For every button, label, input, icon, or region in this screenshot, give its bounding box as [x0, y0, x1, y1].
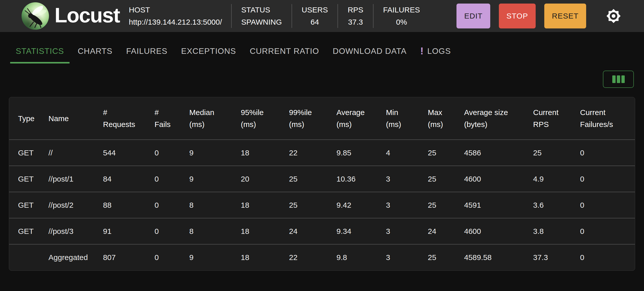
- table-cell: 3.8: [533, 218, 580, 244]
- column-header[interactable]: Average(ms): [336, 97, 386, 140]
- table-cell: //post/1: [48, 166, 103, 192]
- failures-block: FAILURES 0%: [374, 4, 430, 28]
- column-selector-button[interactable]: [603, 71, 634, 88]
- table-cell: 9: [189, 166, 241, 192]
- failures-label: FAILURES: [383, 4, 420, 16]
- table-cell: 544: [103, 140, 155, 166]
- table-cell: 10.36: [336, 166, 386, 192]
- column-header[interactable]: 95%ile(ms): [241, 97, 289, 140]
- stop-button[interactable]: STOP: [499, 4, 536, 28]
- table-row: GET//post/18409202510.3632546004.90: [9, 166, 635, 192]
- tab-statistics[interactable]: STATISTICS: [10, 40, 70, 63]
- reset-button[interactable]: RESET: [544, 4, 586, 28]
- tab-label: CHARTS: [78, 46, 112, 56]
- rps-value: 37.3: [348, 16, 363, 28]
- table-cell: 24: [289, 218, 336, 244]
- table-cell: 3: [386, 218, 428, 244]
- main-tabbar: STATISTICS CHARTS FAILURES EXCEPTIONS CU…: [0, 32, 644, 63]
- table-cell: 4: [386, 140, 428, 166]
- table-cell: 37.3: [533, 244, 580, 270]
- column-header[interactable]: #Requests: [103, 97, 155, 140]
- tab-logs[interactable]: ! LOGS: [415, 40, 456, 63]
- table-row: GET//post/3910818249.3432446003.80: [9, 218, 635, 244]
- column-header[interactable]: CurrentFailures/s: [580, 97, 635, 140]
- table-toolbar: [9, 71, 634, 88]
- table-header-row: TypeName#Requests#FailsMedian(ms)95%ile(…: [9, 97, 635, 140]
- table-cell: 0: [155, 140, 189, 166]
- table-cell: //: [48, 140, 103, 166]
- table-cell: 4589.58: [464, 244, 533, 270]
- table-row: GET//5440918229.854254586250: [9, 140, 635, 166]
- table-cell: 91: [103, 218, 155, 244]
- table-cell: Aggregated: [48, 244, 103, 270]
- table-cell: 9.42: [336, 192, 386, 218]
- table-cell: 0: [580, 192, 635, 218]
- column-header[interactable]: Average size(bytes): [464, 97, 533, 140]
- table-cell: 9.34: [336, 218, 386, 244]
- table-cell: 807: [103, 244, 155, 270]
- status-value: SPAWNING: [241, 16, 282, 28]
- table-cell: 9: [189, 140, 241, 166]
- table-cell: 3: [386, 192, 428, 218]
- table-cell: 0: [580, 166, 635, 192]
- exclamation-icon: !: [420, 46, 424, 56]
- column-header[interactable]: Median(ms): [189, 97, 241, 140]
- table-cell: GET: [9, 166, 48, 192]
- table-cell: 25: [289, 192, 336, 218]
- view-columns-icon: [612, 75, 625, 83]
- table-cell: [9, 244, 48, 270]
- column-header[interactable]: 99%ile(ms): [289, 97, 336, 140]
- host-info: HOST http://139.144.212.13:5000/: [129, 4, 222, 28]
- app-header: Locust HOST http://139.144.212.13:5000/ …: [0, 0, 644, 32]
- column-header[interactable]: CurrentRPS: [533, 97, 580, 140]
- table-cell: 8: [189, 192, 241, 218]
- column-header[interactable]: Name: [48, 97, 103, 140]
- statistics-table-card: TypeName#Requests#FailsMedian(ms)95%ile(…: [9, 97, 635, 271]
- column-header[interactable]: Min(ms): [386, 97, 428, 140]
- rps-block: RPS 37.3: [338, 4, 373, 28]
- table-cell: 0: [155, 192, 189, 218]
- tab-label: DOWNLOAD DATA: [333, 46, 406, 56]
- edit-button[interactable]: EDIT: [456, 4, 490, 28]
- table-cell: //post/3: [48, 218, 103, 244]
- table-cell: 88: [103, 192, 155, 218]
- locust-app: Locust HOST http://139.144.212.13:5000/ …: [0, 0, 644, 271]
- tab-label: FAILURES: [126, 46, 167, 56]
- statistics-table: TypeName#Requests#FailsMedian(ms)95%ile(…: [9, 97, 635, 270]
- table-cell: 9.8: [336, 244, 386, 270]
- table-cell: GET: [9, 140, 48, 166]
- table-cell: 9: [189, 244, 241, 270]
- table-cell: 20: [241, 166, 289, 192]
- table-cell: 0: [580, 218, 635, 244]
- table-cell: 0: [155, 244, 189, 270]
- tab-label: STATISTICS: [16, 46, 64, 56]
- tab-label: EXCEPTIONS: [181, 46, 236, 56]
- gear-icon: [606, 9, 621, 23]
- tab-label: CURRENT RATIO: [250, 46, 319, 56]
- table-cell: 25: [533, 140, 580, 166]
- settings-button[interactable]: [606, 8, 621, 24]
- users-block: USERS 64: [292, 4, 337, 28]
- tab-failures[interactable]: FAILURES: [121, 40, 173, 63]
- users-count: 64: [302, 16, 328, 28]
- table-cell: 3: [386, 166, 428, 192]
- tab-download-data[interactable]: DOWNLOAD DATA: [327, 40, 412, 63]
- table-cell: 8: [189, 218, 241, 244]
- table-row: GET//post/2880818259.4232545913.60: [9, 192, 635, 218]
- column-header[interactable]: #Fails: [155, 97, 189, 140]
- tab-charts[interactable]: CHARTS: [72, 40, 118, 63]
- table-cell: 22: [289, 140, 336, 166]
- locust-logo[interactable]: Locust: [22, 2, 129, 30]
- column-header[interactable]: Max(ms): [428, 97, 464, 140]
- tab-current-ratio[interactable]: CURRENT RATIO: [244, 40, 325, 63]
- table-cell: 3: [386, 244, 428, 270]
- column-header[interactable]: Type: [9, 97, 48, 140]
- table-row: Aggregated8070918229.83254589.5837.30: [9, 244, 635, 270]
- table-cell: 25: [428, 244, 464, 270]
- table-cell: 4586: [464, 140, 533, 166]
- table-cell: 25: [428, 140, 464, 166]
- tab-exceptions[interactable]: EXCEPTIONS: [176, 40, 242, 63]
- table-cell: 0: [155, 218, 189, 244]
- statistics-page: TypeName#Requests#FailsMedian(ms)95%ile(…: [0, 71, 644, 271]
- table-cell: 3.6: [533, 192, 580, 218]
